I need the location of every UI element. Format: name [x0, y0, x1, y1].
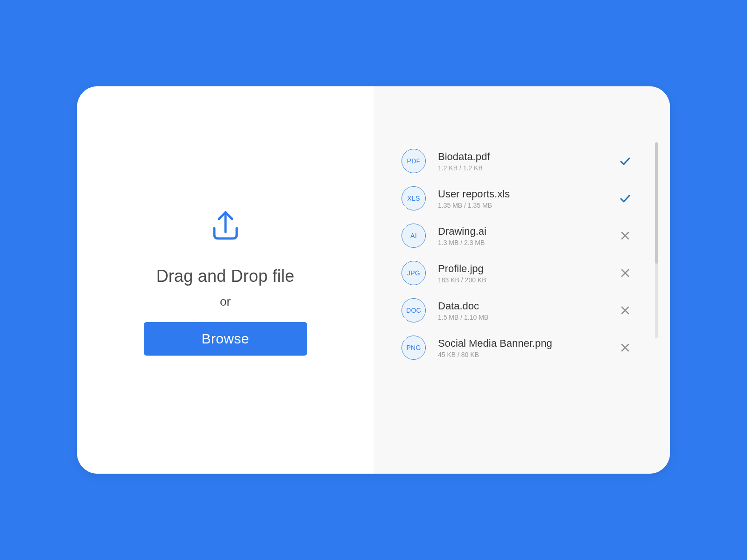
scrollbar-thumb[interactable] [655, 142, 658, 264]
upload-card: Drag and Drop file or Browse PDF Biodata… [77, 86, 670, 474]
file-info: Drawing.ai 1.3 MB / 2.3 MB [438, 225, 617, 247]
file-info: Data.doc 1.5 MB / 1.10 MB [438, 300, 617, 322]
file-type-badge: PNG [402, 336, 426, 360]
file-type-badge: DOC [402, 298, 426, 322]
file-size: 1.2 KB / 1.2 KB [438, 164, 617, 172]
dropzone-heading: Drag and Drop file [156, 266, 295, 286]
file-type-badge: AI [402, 224, 426, 248]
file-name: Data.doc [438, 300, 617, 313]
file-info: Social Media Banner.png 45 KB / 80 KB [438, 337, 617, 359]
cancel-upload-button[interactable] [617, 231, 634, 241]
file-row: PNG Social Media Banner.png 45 KB / 80 K… [402, 329, 642, 366]
cancel-upload-button[interactable] [617, 305, 634, 315]
file-type-badge: PDF [402, 149, 426, 173]
file-row: XLS User reports.xls 1.35 MB / 1.35 MB [402, 180, 642, 217]
scrollbar[interactable] [655, 142, 658, 338]
file-size: 1.35 MB / 1.35 MB [438, 202, 617, 209]
file-name: Biodata.pdf [438, 150, 617, 164]
status-done-icon [617, 154, 634, 168]
file-list: PDF Biodata.pdf 1.2 KB / 1.2 KB XLS User… [402, 142, 642, 366]
file-name: Social Media Banner.png [438, 337, 617, 350]
browse-button[interactable]: Browse [144, 322, 307, 356]
upload-icon [205, 205, 246, 248]
file-size: 45 KB / 80 KB [438, 351, 617, 358]
file-size: 1.5 MB / 1.10 MB [438, 314, 617, 321]
file-type-badge: XLS [402, 186, 426, 210]
status-done-icon [617, 192, 634, 205]
dropzone-panel[interactable]: Drag and Drop file or Browse [77, 86, 374, 474]
file-size: 183 KB / 200 KB [438, 276, 617, 284]
cancel-upload-button[interactable] [617, 343, 634, 353]
file-info: Profile.jpg 183 KB / 200 KB [438, 262, 617, 284]
file-name: Drawing.ai [438, 225, 617, 238]
file-row: JPG Profile.jpg 183 KB / 200 KB [402, 254, 642, 292]
file-type-badge: JPG [402, 261, 426, 285]
file-size: 1.3 MB / 2.3 MB [438, 239, 617, 246]
cancel-upload-button[interactable] [617, 268, 634, 278]
file-info: User reports.xls 1.35 MB / 1.35 MB [438, 188, 617, 210]
dropzone-or: or [220, 294, 231, 309]
file-name: Profile.jpg [438, 262, 617, 276]
file-row: DOC Data.doc 1.5 MB / 1.10 MB [402, 292, 642, 329]
file-row: PDF Biodata.pdf 1.2 KB / 1.2 KB [402, 142, 642, 180]
file-info: Biodata.pdf 1.2 KB / 1.2 KB [438, 150, 617, 172]
file-row: AI Drawing.ai 1.3 MB / 2.3 MB [402, 217, 642, 254]
file-name: User reports.xls [438, 188, 617, 201]
file-list-panel: PDF Biodata.pdf 1.2 KB / 1.2 KB XLS User… [374, 86, 670, 474]
